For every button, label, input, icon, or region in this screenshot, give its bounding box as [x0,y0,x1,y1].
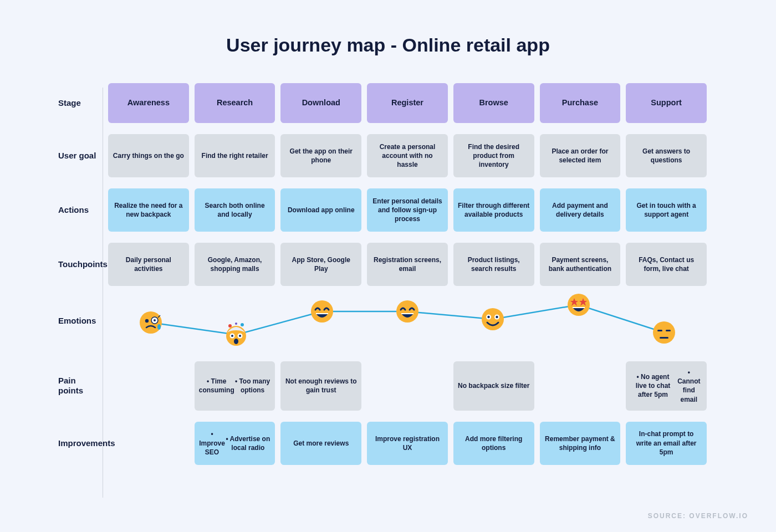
row-label-stage: Stage [58,98,103,108]
usergoal-cell: Create a personal account with no hassle [367,134,448,177]
usergoal-cell: Carry things on the go [108,134,189,177]
row-improvements: Improvements • Improve SEO• Advertise on… [58,422,707,465]
stage-cell: Support [626,83,707,123]
svg-point-19 [488,316,490,318]
improvements-cell: In-chat prompt to write an email after 5… [626,422,707,465]
exploding-head-icon [224,323,248,347]
svg-point-1 [145,319,149,323]
row-emotions: Emotions [58,297,707,345]
svg-point-11 [231,335,233,337]
svg-point-16 [396,300,418,323]
actions-cell: Realize the need for a new backpack [108,188,189,232]
smile-face-icon [481,307,505,331]
stage-cell: Register [367,83,448,123]
stage-cell: Purchase [540,83,621,123]
row-touchpoints: Touchpoints Daily personal activities Go… [58,243,707,286]
stage-cell: Awareness [108,83,189,123]
actions-cell: Search both online and locally [195,188,275,232]
improvements-cell: Get more reviews [280,422,361,465]
source-label: SOURCE: OVERFLOW.IO [648,512,748,520]
usergoal-cell: Find the right retailer [195,134,275,177]
star-eyes-icon [566,293,591,317]
svg-point-21 [496,316,498,318]
emotions-track [108,297,707,345]
svg-point-14 [234,339,238,344]
painpoints-cell: Not enough reviews to gain trust [280,361,361,411]
usergoal-cell: Place an order for selected item [540,134,621,177]
svg-rect-24 [657,330,662,331]
touchpoints-cell: Product listings, search results [453,243,534,286]
journey-map: Stage Awareness Research Download Regist… [58,83,707,476]
svg-point-8 [241,323,244,326]
actions-cell: Enter personal details and follow sign-u… [367,188,448,232]
touchpoints-cell: App Store, Google Play [280,243,361,286]
actions-cell: Download app online [280,188,361,232]
usergoal-cell: Get answers to questions [626,134,707,177]
svg-point-9 [235,323,237,325]
touchpoints-cell: Daily personal activities [108,243,189,286]
usergoal-cell: Get the app on their phone [280,134,361,177]
usergoal-cell: Find the desired product from inventory [453,134,534,177]
row-stage: Stage Awareness Research Download Regist… [58,83,707,123]
actions-cell: Get in touch with a support agent [626,188,707,232]
svg-point-17 [482,308,504,330]
touchpoints-cell: FAQs, Contact us form, live chat [626,243,707,286]
painpoints-cell [540,361,621,411]
painpoints-cell: • Time consuming• Too many options [195,361,275,411]
svg-point-3 [154,319,156,321]
svg-rect-26 [660,337,668,339]
improvements-cell: Improve registration UX [367,422,448,465]
actions-cell: Filter through different available produ… [453,188,534,232]
svg-rect-25 [666,330,671,331]
improvements-cell [108,422,189,465]
stage-cell: Browse [453,83,534,123]
painpoints-cell [367,361,448,411]
improvements-cell: • Improve SEO• Advertise on local radio [195,422,275,465]
divider-line [103,88,103,498]
touchpoints-cell: Google, Amazon, shopping malls [195,243,275,286]
row-painpoints: Pain points • Time consuming• Too many o… [58,361,707,411]
painpoints-cell: No backpack size filter [453,361,534,411]
page-title: User journey map - Online retail app [0,0,776,56]
row-label-touchpoints: Touchpoints [58,259,103,269]
svg-point-13 [239,335,241,337]
improvements-cell: Add more filtering options [453,422,534,465]
row-label-painpoints: Pain points [58,376,103,396]
stage-cell: Research [195,83,275,123]
touchpoints-cell: Payment screens, bank authentication [540,243,621,286]
happy-face-icon [310,299,334,324]
svg-point-22 [568,294,590,316]
improvements-cell: Remember payment & shipping info [540,422,621,465]
painpoints-cell [108,361,189,411]
row-label-actions: Actions [58,205,103,215]
worried-face-icon [139,310,163,335]
happy-face-icon [395,299,420,324]
painpoints-cell: • No agent live to chat after 5pm• Canno… [626,361,707,411]
row-actions: Actions Realize the need for a new backp… [58,188,707,232]
actions-cell: Add payment and delivery details [540,188,621,232]
svg-point-0 [140,311,162,334]
stage-cell: Download [280,83,361,123]
row-label-improvements: Improvements [58,438,103,448]
row-label-emotions: Emotions [58,316,103,326]
svg-point-5 [157,324,161,330]
svg-point-23 [653,321,675,344]
touchpoints-cell: Registration screens, email [367,243,448,286]
unamused-face-icon [652,320,676,345]
row-usergoal: User goal Carry things on the go Find th… [58,134,707,177]
svg-point-7 [228,324,232,328]
row-label-usergoal: User goal [58,151,103,161]
svg-point-15 [311,300,333,323]
